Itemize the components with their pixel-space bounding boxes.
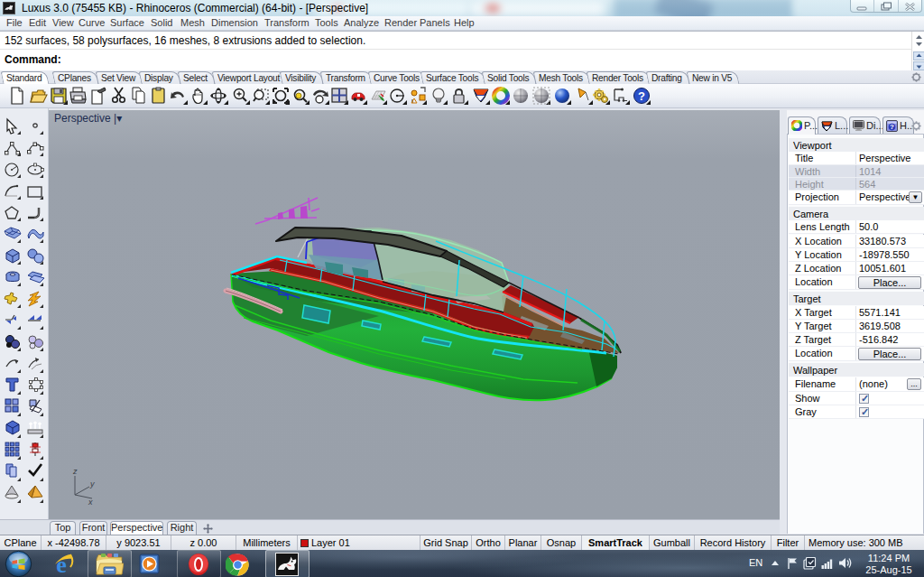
svg-text:?: ? [890, 123, 894, 131]
svg-text:y: y [89, 479, 95, 489]
svg-text:x: x [88, 498, 93, 507]
svg-text:?: ? [638, 89, 645, 103]
svg-text:z: z [72, 467, 78, 476]
svg-text:e: e [56, 552, 67, 577]
